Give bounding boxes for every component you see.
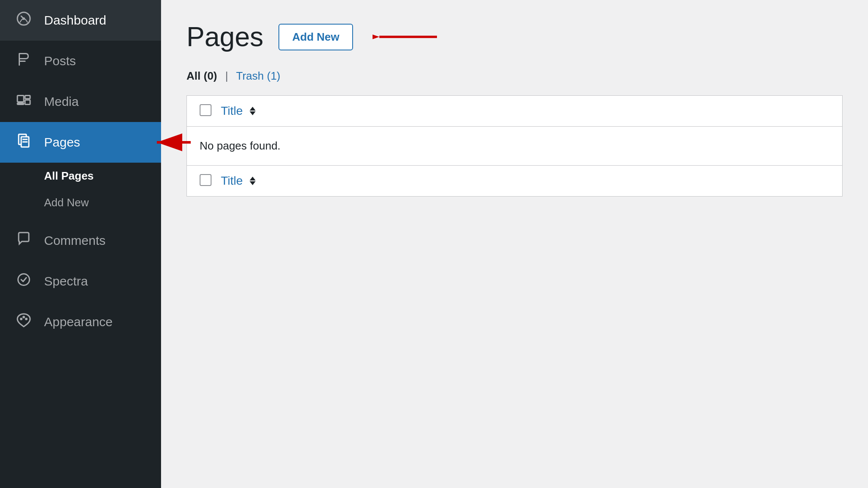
sort-arrow-up (250, 107, 256, 111)
submenu-add-new[interactable]: Add New (0, 189, 161, 216)
filter-all-label: All (0) (186, 69, 220, 82)
footer-title-sort-link[interactable]: Title (221, 174, 243, 188)
footer-sort-arrow-up (250, 177, 256, 180)
filter-trash-link[interactable]: Trash (1) (236, 69, 281, 82)
sort-arrow-down (250, 111, 256, 115)
sidebar-item-dashboard[interactable]: Dashboard (0, 0, 161, 41)
svg-point-15 (22, 316, 25, 319)
main-content: Pages Add New All (0) | Trash (1) (161, 0, 868, 488)
table-body-empty-row: No pages found. (187, 127, 842, 166)
sidebar-item-pages-label: Pages (44, 135, 80, 150)
posts-icon (15, 52, 32, 70)
comments-icon (15, 231, 32, 250)
table-footer-checkbox-col (200, 174, 221, 188)
sidebar-item-comments[interactable]: Comments (0, 220, 161, 261)
sidebar-item-appearance-label: Appearance (44, 315, 113, 329)
table-header-row: Title (187, 96, 842, 127)
sidebar-item-spectra-label: Spectra (44, 274, 88, 288)
table-header-checkbox-col (200, 104, 221, 118)
title-sort-arrows[interactable] (250, 107, 256, 115)
svg-point-14 (20, 318, 22, 320)
table-footer-title-col: Title (221, 174, 829, 188)
sidebar-item-media[interactable]: Media (0, 81, 161, 122)
pages-arrow-annotation (153, 132, 195, 153)
page-title: Pages (186, 21, 263, 53)
dashboard-icon (15, 11, 32, 30)
add-new-arrow-annotation (373, 24, 440, 50)
pages-submenu: All Pages Add New (0, 163, 161, 220)
footer-sort-arrow-down (250, 181, 256, 185)
submenu-all-pages[interactable]: All Pages (0, 163, 161, 189)
title-sort-link[interactable]: Title (221, 104, 243, 118)
table-header-title-col: Title (221, 104, 829, 118)
svg-rect-6 (17, 103, 24, 105)
table-footer-row: Title (187, 166, 842, 196)
svg-rect-3 (17, 96, 24, 102)
pages-icon (15, 133, 32, 152)
svg-rect-5 (25, 100, 30, 105)
sidebar-item-comments-label: Comments (44, 233, 106, 248)
svg-rect-4 (25, 96, 30, 99)
select-all-checkbox[interactable] (200, 104, 211, 116)
page-header: Pages Add New (186, 21, 843, 53)
add-new-button[interactable]: Add New (278, 24, 353, 50)
sidebar-item-spectra[interactable]: Spectra (0, 261, 161, 302)
sidebar: Dashboard Posts Media (0, 0, 161, 488)
media-icon (15, 92, 32, 111)
spectra-icon (15, 272, 32, 291)
footer-title-sort-arrows[interactable] (250, 177, 256, 185)
no-pages-message: No pages found. (200, 138, 281, 154)
filter-bar: All (0) | Trash (1) (186, 69, 843, 83)
appearance-icon (15, 313, 32, 331)
sidebar-item-media-label: Media (44, 94, 79, 109)
filter-separator: | (225, 69, 228, 82)
sidebar-item-appearance[interactable]: Appearance (0, 302, 161, 342)
footer-select-all-checkbox[interactable] (200, 174, 211, 186)
sidebar-item-pages[interactable]: Pages (0, 122, 161, 163)
sidebar-item-posts-label: Posts (44, 54, 76, 68)
svg-point-13 (18, 274, 30, 286)
sidebar-item-dashboard-label: Dashboard (44, 13, 106, 28)
svg-point-16 (25, 318, 28, 320)
pages-table: Title No pages found. Title (186, 95, 843, 197)
sidebar-item-posts[interactable]: Posts (0, 41, 161, 81)
